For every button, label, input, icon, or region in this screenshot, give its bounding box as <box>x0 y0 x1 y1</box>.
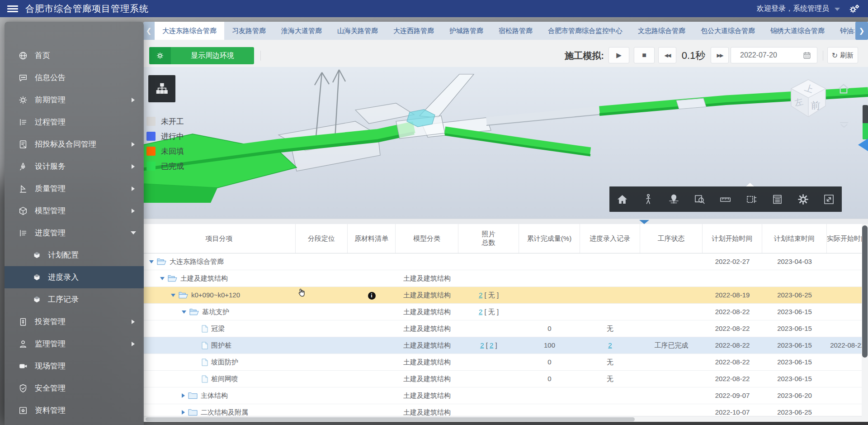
table-row-k0+090~k0+120[interactable]: k0+090~k0+120i土建及建筑结构2 [ 无 ]2022-08-1920… <box>143 287 868 304</box>
tab-文忠路综合管廊[interactable]: 文忠路综合管廊 <box>630 22 693 40</box>
records-text: 无 <box>607 375 613 382</box>
tab-山海关路管廊[interactable]: 山海关路管廊 <box>330 22 386 40</box>
play-button[interactable]: ▶ <box>609 47 629 63</box>
zoom-box-icon[interactable] <box>693 193 706 205</box>
refresh-button[interactable]: ↻ 刷新 <box>827 47 858 63</box>
sidebar-subitem-进度录入[interactable]: 进度录入 <box>5 266 144 288</box>
welcome-user-label[interactable]: 欢迎登录，系统管理员 <box>757 0 829 17</box>
tab-大连东路综合管廊[interactable]: 大连东路综合管廊 <box>155 22 224 40</box>
horizontal-scroll-thumb[interactable] <box>146 417 635 421</box>
viewer-toolbar-expand-icon[interactable] <box>746 183 754 186</box>
sidebar-item-模型管理[interactable]: 模型管理 <box>5 200 144 222</box>
tree-expand-icon[interactable] <box>182 410 185 415</box>
walk-icon[interactable] <box>642 193 654 205</box>
sidebar-item-前期管理[interactable]: 前期管理 <box>5 89 144 111</box>
sidebar-item-安全管理[interactable]: 安全管理 <box>5 377 144 399</box>
legend-label: 进行中 <box>161 131 184 142</box>
tabs-scroll-right-icon[interactable]: ❯ <box>855 22 868 40</box>
sidebar-item-label: 进度管理 <box>35 228 66 238</box>
fullscreen-icon[interactable] <box>823 193 835 205</box>
tab-合肥市管廊综合监控中心[interactable]: 合肥市管廊综合监控中心 <box>540 22 630 40</box>
tabs-scroll-left-icon[interactable]: ❮ <box>143 22 155 40</box>
view-home-icon[interactable] <box>836 81 851 96</box>
tree-collapse-icon[interactable] <box>171 294 175 297</box>
tab-护城路管廊[interactable]: 护城路管廊 <box>442 22 491 40</box>
tree-collapse-icon[interactable] <box>149 260 154 263</box>
sidebar-subitem-工序记录[interactable]: 工序记录 <box>5 288 144 310</box>
section-icon[interactable] <box>745 193 758 205</box>
sidebar-item-招投标及合同管理[interactable]: 招投标及合同管理 <box>5 133 144 155</box>
sidebar-item-现场管理[interactable]: 现场管理 <box>5 355 144 377</box>
table-row-桩间网喷[interactable]: 桩间网喷土建及建筑结构0无2022-08-222023-06-15 <box>143 371 868 387</box>
records-link[interactable]: 2 <box>608 341 612 349</box>
settings-icon[interactable] <box>797 193 809 205</box>
info-icon[interactable]: i <box>368 292 376 300</box>
photo-count-link[interactable]: 2 <box>479 308 482 315</box>
tab-钟油坊路综合管廊[interactable]: 钟油坊路综合管廊 <box>832 22 854 40</box>
photo-count-link[interactable]: 2 <box>479 291 482 299</box>
pin-icon[interactable] <box>668 193 680 205</box>
sidebar-item-竣工档案管理[interactable]: 竣工档案管理 <box>5 421 144 425</box>
table-row-冠梁[interactable]: 冠梁土建及建筑结构0无2022-08-222023-06-15 <box>143 320 868 337</box>
sidebar-item-过程管理[interactable]: 过程管理 <box>5 111 144 133</box>
viewport-table-splitter[interactable] <box>143 219 868 224</box>
tab-淮海大道管廊[interactable]: 淮海大道管廊 <box>274 22 330 40</box>
table-row-主体结构[interactable]: 主体结构土建及建筑结构2022-09-072023-06-20 <box>143 387 868 404</box>
item-label: 基坑支护 <box>202 304 229 320</box>
ruler-icon[interactable] <box>719 193 731 205</box>
side-panel-collapse-icon[interactable] <box>858 138 868 151</box>
sidebar-item-资料管理[interactable]: 资料管理 <box>5 399 144 421</box>
stop-button[interactable]: ■ <box>634 47 655 63</box>
sidebar-item-首页[interactable]: 首页 <box>5 44 144 67</box>
tab-包公大道综合管廊[interactable]: 包公大道综合管廊 <box>693 22 763 40</box>
table-row-基坑支护[interactable]: 基坑支护土建及建筑结构2 [ 无 ]2022-08-222023-06-15 <box>143 304 868 320</box>
speed-up-button[interactable]: ▶▶ <box>711 47 729 63</box>
panel-list-icon[interactable] <box>771 193 783 205</box>
list-icon <box>18 228 28 238</box>
table-row-围护桩[interactable]: 围护桩土建及建筑结构2 [ 2 ]1002工序已完成2022-08-222023… <box>143 337 868 354</box>
show-environment-button[interactable]: 显示周边环境 <box>149 47 254 64</box>
menu-toggle-icon[interactable] <box>7 4 18 13</box>
sidebar-item-进度管理[interactable]: 进度管理 <box>5 222 144 244</box>
vertical-scroll-thumb[interactable] <box>862 225 868 358</box>
chat-icon <box>18 73 28 83</box>
table-vertical-scrollbar[interactable] <box>862 224 868 422</box>
sidebar-subitem-label: 计划配置 <box>48 250 79 260</box>
table-row-大连东路综合管廊[interactable]: 大连东路综合管廊2022-02-272023-04-03 <box>143 253 868 270</box>
table-horizontal-scrollbar[interactable] <box>143 416 862 422</box>
folder-open-icon <box>168 275 177 282</box>
view-cube[interactable]: 上 左 前 <box>786 77 831 122</box>
table-row-二次结构及附属[interactable]: 二次结构及附属土建及建筑结构2022-10-072023-06-25 <box>143 404 868 416</box>
sidebar-item-监理管理[interactable]: 监理管理 <box>5 333 144 355</box>
tab-宿松路管廊[interactable]: 宿松路管廊 <box>491 22 540 40</box>
tree-expand-icon[interactable] <box>182 393 185 398</box>
date-picker[interactable]: 2022-07-20 <box>731 47 817 63</box>
tab-大连西路管廊[interactable]: 大连西路管廊 <box>386 22 442 40</box>
chevron-right-icon <box>132 164 135 169</box>
edge-scrollbar[interactable] <box>863 105 868 139</box>
table-row-土建及建筑结构[interactable]: 土建及建筑结构土建及建筑结构 <box>143 270 868 287</box>
home-icon[interactable] <box>616 193 628 205</box>
user-dropdown-caret-icon[interactable] <box>835 8 840 11</box>
sidebar-item-label: 招投标及合同管理 <box>35 139 96 149</box>
sidebar-item-投资管理[interactable]: 投资管理 <box>5 310 144 333</box>
tree-collapse-icon[interactable] <box>182 310 186 314</box>
table-row-坡面防护[interactable]: 坡面防护土建及建筑结构0无2022-08-222023-06-15 <box>143 354 868 371</box>
view-rotate-down-icon[interactable] <box>838 121 850 129</box>
settings-gear-icon[interactable] <box>848 3 860 15</box>
tab-锦绣大道综合管廊[interactable]: 锦绣大道综合管廊 <box>763 22 832 40</box>
model-tree-button[interactable] <box>148 75 175 102</box>
tree-collapse-icon[interactable] <box>160 277 165 280</box>
legend-item-进行中: 进行中 <box>146 132 184 141</box>
chevron-right-icon <box>132 98 135 102</box>
sidebar-item-信息公告[interactable]: 信息公告 <box>5 67 144 89</box>
splitter-collapse-icon[interactable] <box>639 220 649 224</box>
sidebar-item-设计服务[interactable]: 设计服务 <box>5 155 144 177</box>
tab-习友路管廊[interactable]: 习友路管廊 <box>224 22 274 40</box>
sidebar-item-质量管理[interactable]: 质量管理 <box>5 177 144 200</box>
photo-count-link[interactable]: 2 <box>480 341 484 349</box>
speed-down-button[interactable]: ◀◀ <box>658 47 676 63</box>
sidebar-item-label: 质量管理 <box>35 183 66 194</box>
model-viewport[interactable]: 未开工进行中未回填已完成 上 左 前 <box>143 67 868 219</box>
sidebar-subitem-计划配置[interactable]: 计划配置 <box>5 244 144 266</box>
